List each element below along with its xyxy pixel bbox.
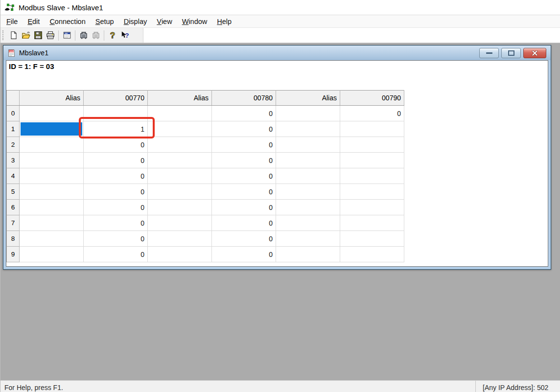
cell-row4-col4[interactable] [276,168,340,184]
cell-row5-col5[interactable] [340,184,404,200]
cell-row1-col1[interactable]: 1 [84,121,148,137]
new-document-icon[interactable] [7,29,20,42]
cell-row0-col2[interactable] [148,106,212,121]
cell-row2-col4[interactable] [276,137,340,153]
cell-row7-col0[interactable] [20,215,84,231]
cell-row8-col4[interactable] [276,231,340,247]
cell-row3-col3[interactable]: 0 [212,153,276,168]
cell-row4-col5[interactable] [340,168,404,184]
col-header-alias: Alias [148,91,212,106]
display-setup-icon[interactable] [61,29,73,42]
cell-row1-col4[interactable] [276,121,340,137]
document-icon: DOC [7,49,16,57]
cell-row7-col1[interactable]: 0 [84,215,148,231]
cell-row7-col4[interactable] [276,215,340,231]
close-button[interactable] [523,48,546,58]
cell-row4-col1[interactable]: 0 [84,168,148,184]
grid-row-2: 200 [7,137,404,153]
cell-row5-col1[interactable]: 0 [84,184,148,200]
cell-row9-col5[interactable] [340,247,404,262]
document-title: Mbslave1 [19,49,476,57]
menu-item-edit[interactable]: Edit [23,15,45,27]
cell-row8-col5[interactable] [340,231,404,247]
cell-row7-col2[interactable] [148,215,212,231]
cell-row1-col2[interactable] [148,121,212,137]
row-header-0: 0 [7,106,20,121]
cell-row6-col3[interactable]: 0 [212,200,276,215]
context-help-icon[interactable]: ? [118,29,131,42]
cell-row9-col0[interactable] [20,247,84,262]
grid-row-4: 400 [7,168,404,184]
document-titlebar[interactable]: DOC Mbslave1 [3,46,551,60]
document-client-area: ID = 1: F = 03 Alias00770Alias00780Alias… [6,60,548,267]
grid-row-1: 110 [7,121,404,137]
menu-item-setup[interactable]: Setup [91,15,119,27]
cell-row8-col1[interactable]: 0 [84,231,148,247]
cell-row3-col1[interactable]: 0 [84,153,148,168]
cell-row5-col3[interactable]: 0 [212,184,276,200]
cell-row6-col4[interactable] [276,200,340,215]
col-header-00780: 00780 [212,91,276,106]
close-icon [532,50,538,56]
cell-row0-col3[interactable]: 0 [212,106,276,121]
maximize-button[interactable] [501,48,521,58]
cell-row8-col2[interactable] [148,231,212,247]
device-simulation-icon [90,29,102,42]
cell-row2-col3[interactable]: 0 [212,137,276,153]
cell-row2-col2[interactable] [148,137,212,153]
save-icon[interactable] [32,29,44,42]
grid-row-8: 800 [7,231,404,247]
cell-row1-col0[interactable] [20,121,84,137]
modbus-slave-app: Modbus Slave - Mbslave1 FileEditConnecti… [0,0,560,392]
menu-item-display[interactable]: Display [119,15,152,27]
cell-row3-col5[interactable] [340,153,404,168]
cell-row6-col0[interactable] [20,200,84,215]
cell-row9-col2[interactable] [148,247,212,262]
toolbar-grip[interactable] [2,30,5,40]
cell-row5-col4[interactable] [276,184,340,200]
cell-row6-col1[interactable]: 0 [84,200,148,215]
svg-text:?: ? [125,32,129,39]
cell-row0-col5[interactable]: 0 [340,106,404,121]
slave-id-function-line: ID = 1: F = 03 [6,61,548,90]
minimize-button[interactable] [479,48,499,58]
menu-item-connection[interactable]: Connection [45,15,90,27]
register-grid: Alias00770Alias00780Alias00790 000110200… [6,90,404,262]
cell-row2-col5[interactable] [340,137,404,153]
help-icon[interactable]: ? [106,29,118,42]
cell-row9-col1[interactable]: 0 [84,247,148,262]
cell-row6-col2[interactable] [148,200,212,215]
row-header-5: 5 [7,184,20,200]
open-file-icon[interactable] [20,29,32,42]
cell-row2-col1[interactable]: 0 [84,137,148,153]
col-header-00790: 00790 [340,91,404,106]
toolbar: ?? [0,28,560,43]
cell-row0-col1[interactable] [84,106,148,121]
cell-row9-col4[interactable] [276,247,340,262]
menu-item-view[interactable]: View [152,15,177,27]
cell-row0-col0[interactable] [20,106,84,121]
cell-row0-col4[interactable] [276,106,340,121]
cell-row2-col0[interactable] [20,137,84,153]
cell-row6-col5[interactable] [340,200,404,215]
cell-row1-col5[interactable] [340,121,404,137]
connection-setup-icon[interactable] [77,29,90,42]
menu-item-file[interactable]: File [1,15,23,27]
print-icon[interactable] [44,29,56,42]
cell-row3-col2[interactable] [148,153,212,168]
cell-row4-col0[interactable] [20,168,84,184]
cell-row5-col0[interactable] [20,184,84,200]
cell-row7-col3[interactable]: 0 [212,215,276,231]
cell-row7-col5[interactable] [340,215,404,231]
cell-row3-col4[interactable] [276,153,340,168]
cell-row4-col2[interactable] [148,168,212,184]
cell-row4-col3[interactable]: 0 [212,168,276,184]
cell-row8-col0[interactable] [20,231,84,247]
cell-row5-col2[interactable] [148,184,212,200]
cell-row8-col3[interactable]: 0 [212,231,276,247]
cell-row3-col0[interactable] [20,153,84,168]
cell-row1-col3[interactable]: 0 [212,121,276,137]
cell-row9-col3[interactable]: 0 [212,247,276,262]
menu-item-window[interactable]: Window [177,15,212,27]
menu-item-help[interactable]: Help [212,15,236,27]
